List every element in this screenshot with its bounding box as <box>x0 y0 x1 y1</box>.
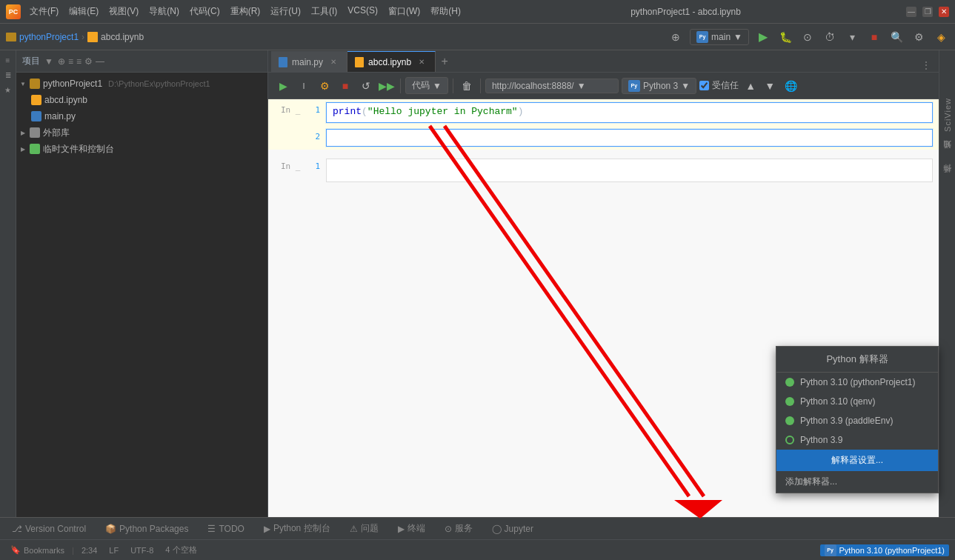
branch-name: main <box>711 32 731 42</box>
menu-refactor[interactable]: 重构(R) <box>226 4 265 19</box>
project-header: 项目 ▼ ⊕ ≡ ≡ ⚙ — <box>16 50 267 73</box>
menu-view[interactable]: 视图(V) <box>104 4 143 19</box>
sciview-label[interactable]: SciView <box>942 95 954 135</box>
tree-item-main[interactable]: main.py <box>16 108 267 124</box>
stop-cell-button[interactable]: ■ <box>336 77 354 95</box>
favorites-icon[interactable]: ★ <box>1 83 15 96</box>
menu-run[interactable]: 运行(U) <box>266 4 305 19</box>
tab-main-py-close[interactable]: ✕ <box>329 58 338 66</box>
tab-abcd-close[interactable]: ✕ <box>417 58 426 66</box>
menu-tools[interactable]: 工具(I) <box>307 4 342 19</box>
code-cell-type[interactable]: I <box>295 77 313 95</box>
kernel-label: Python 3 <box>643 81 678 91</box>
close-button[interactable]: ✕ <box>939 7 949 17</box>
settings-cell[interactable]: ⚙ <box>316 77 333 95</box>
status-interpreter[interactable]: Py Python 3.10 (pythonProject1) <box>820 544 949 556</box>
plugins-label[interactable]: 插件 <box>940 175 954 182</box>
interpreter-popup-title: Python 解释器 <box>776 347 938 373</box>
search-icon[interactable]: 🔍 <box>888 29 905 45</box>
menu-vcs[interactable]: VCS(S) <box>343 4 382 19</box>
interpreter-settings-btn[interactable]: 解释器设置... <box>776 450 938 471</box>
prev-cell-button[interactable]: ▲ <box>742 77 759 95</box>
url-dropdown-icon: ▼ <box>577 81 586 91</box>
cell-1-body[interactable]: print("Hello jupyter in Pycharm") <box>326 102 933 123</box>
interp-dot-1 <box>785 397 794 406</box>
bottom-tab-todo[interactable]: ☰ TODO <box>199 521 253 537</box>
menu-code[interactable]: 代码(C) <box>185 4 224 19</box>
project-tool-icon[interactable]: ≡ <box>1 53 15 67</box>
menu-window[interactable]: 窗口(W) <box>384 4 425 19</box>
cell-1-line2-body[interactable] <box>326 129 933 147</box>
interpreter-item-1[interactable]: Python 3.10 (qenv) <box>776 392 938 411</box>
cell-nav-arrows: ▲ ▼ <box>742 77 779 95</box>
tab-recent-icon[interactable]: ⋮ <box>919 59 933 72</box>
cell-type-dropdown[interactable]: 代码 ▼ <box>405 77 448 94</box>
maximize-button[interactable]: ❐ <box>922 7 933 17</box>
tree-item-abcd[interactable]: abcd.ipynb <box>16 92 267 108</box>
notifications-label[interactable]: 通知 <box>940 151 954 159</box>
status-interpreter-label: Python 3.10 (pythonProject1) <box>839 546 945 555</box>
collapse-icon[interactable]: ≡ <box>76 56 81 67</box>
run-button[interactable]: ▶ <box>755 29 771 45</box>
tab-bar-right: ⋮ <box>919 59 939 72</box>
code-string-val: "Hello jupyter in Pycharm" <box>367 106 518 117</box>
menu-nav[interactable]: 导航(N) <box>144 4 184 19</box>
tree-item-libs[interactable]: ▶ 外部库 <box>16 124 267 141</box>
interpreter-item-2[interactable]: Python 3.9 (paddleEnv) <box>776 411 938 430</box>
interpreter-item-3[interactable]: Python 3.9 <box>776 430 938 450</box>
console-icon: ▶ <box>264 524 270 534</box>
minimize-panel-icon[interactable]: — <box>96 56 104 67</box>
next-cell-button[interactable]: ▼ <box>761 77 779 95</box>
globe-button[interactable]: 🌐 <box>782 77 799 95</box>
run-all-button[interactable]: ▶▶ <box>378 77 396 95</box>
kernel-selector[interactable]: Py Python 3 ▼ <box>622 78 696 94</box>
breadcrumb-project[interactable]: pythonProject1 <box>19 32 79 42</box>
bottom-tab-services[interactable]: ⊙ 服务 <box>436 519 482 538</box>
project-panel-dropdown[interactable]: ▼ <box>44 56 53 67</box>
stop-icon[interactable]: ■ <box>866 29 882 45</box>
bottom-tab-packages[interactable]: 📦 Python Packages <box>96 521 197 537</box>
menu-file[interactable]: 文件(F) <box>25 4 63 19</box>
status-indent[interactable]: 4 个空格 <box>161 544 201 556</box>
pkg-icon: 📦 <box>105 524 116 534</box>
tree-item-root[interactable]: ▼ pythonProject1 D:\PythonEx\pythonProje… <box>16 76 267 92</box>
debug-icon[interactable]: 🐛 <box>777 29 793 45</box>
search-everywhere-icon[interactable]: ⊕ <box>668 29 684 45</box>
restart-kernel-button[interactable]: ↺ <box>357 77 375 95</box>
status-lf[interactable]: LF <box>104 546 123 555</box>
new-folder-icon[interactable]: ≡ <box>68 56 73 67</box>
bookmarks-status[interactable]: 🔖 Bookmarks <box>6 545 69 555</box>
bottom-tab-vcs[interactable]: ⎇ Version Control <box>3 521 95 537</box>
bottom-tab-python-console[interactable]: ▶ Python 控制台 <box>255 519 339 538</box>
tree-item-temp[interactable]: ▶ 临时文件和控制台 <box>16 141 267 157</box>
bottom-tab-terminal[interactable]: ▶ 终端 <box>389 519 434 538</box>
run-cell-button[interactable]: ▶ <box>274 77 292 95</box>
interpreter-add-btn[interactable]: 添加解释器... <box>776 471 938 493</box>
tab-main-py[interactable]: main.py ✕ <box>271 51 347 72</box>
interpreter-item-0[interactable]: Python 3.10 (pythonProject1) <box>776 373 938 392</box>
interp-label-2: Python 3.9 (paddleEnv) <box>800 416 893 426</box>
delete-cell-button[interactable]: 🗑 <box>458 77 476 95</box>
add-tab-button[interactable]: + <box>436 51 453 72</box>
settings-icon[interactable]: ⚙ <box>911 29 927 45</box>
minimize-button[interactable]: — <box>906 7 916 17</box>
notebook-toolbar: ▶ I ⚙ ■ ↺ ▶▶ 代码 ▼ 🗑 http://localhost:888… <box>268 73 939 99</box>
tab-abcd-ipynb[interactable]: abcd.ipynb ✕ <box>347 51 436 72</box>
trusted-checkbox[interactable] <box>699 81 709 90</box>
bottom-tab-problems[interactable]: ⚠ 问题 <box>341 519 387 538</box>
structure-icon[interactable]: ≣ <box>1 68 15 81</box>
settings-icon-project[interactable]: ⚙ <box>84 56 93 67</box>
breadcrumb-file[interactable]: abcd.ipynb <box>101 32 144 42</box>
new-file-icon[interactable]: ⊕ <box>58 56 65 67</box>
bottom-tab-jupyter[interactable]: ◯ Jupyter <box>483 521 542 537</box>
code-print-fn: print <box>333 106 362 117</box>
jupyter-url[interactable]: http://localhost:8888/ ▼ <box>485 79 619 93</box>
menu-edit[interactable]: 编辑(E) <box>64 4 103 19</box>
git-branch-selector[interactable]: Py main ▼ <box>690 29 749 45</box>
status-charset[interactable]: UTF-8 <box>126 546 158 555</box>
coverage-icon[interactable]: ⊙ <box>799 29 816 45</box>
plugins-icon[interactable]: ◈ <box>933 29 949 45</box>
profile-icon[interactable]: ⏱ <box>822 29 838 45</box>
menu-help[interactable]: 帮助(H) <box>426 4 465 19</box>
more-run-options[interactable]: ▾ <box>844 29 860 45</box>
